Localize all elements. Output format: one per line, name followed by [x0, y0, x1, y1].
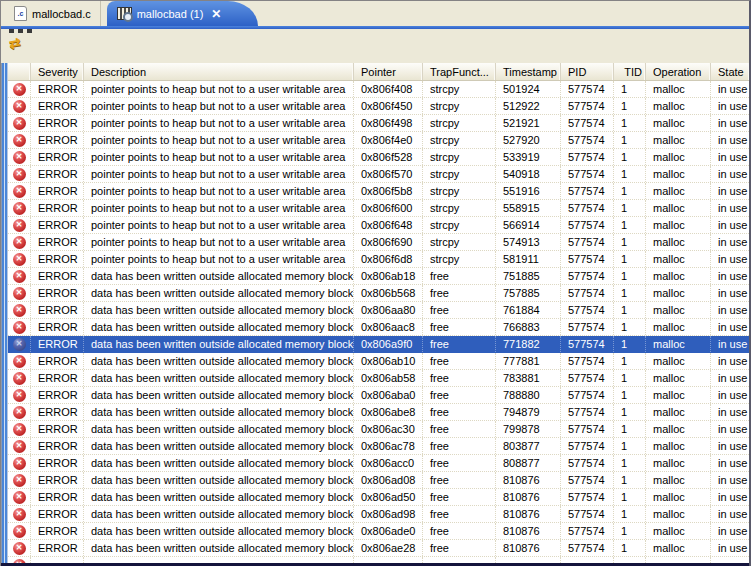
state-cell: in use: [711, 302, 749, 318]
pid-cell: 577574: [561, 149, 614, 165]
description-cell: pointer points to heap but not to a user…: [84, 234, 354, 250]
timestamp-cell: 810876: [496, 523, 561, 539]
column-header-description[interactable]: Description: [84, 63, 354, 80]
tid-cell: 1: [614, 285, 646, 301]
column-header-trap[interactable]: TrapFunct...: [423, 63, 496, 80]
severity-icon-cell: ✕: [8, 421, 31, 437]
trap-cell: free: [423, 506, 496, 522]
tid-cell: 1: [614, 200, 646, 216]
table-row[interactable]: ✕ERRORdata has been written outside allo…: [8, 404, 749, 421]
state-cell: in use: [711, 472, 749, 488]
tab-mallocbad-c[interactable]: .c mallocbad.c: [5, 1, 101, 26]
state-cell: in use: [711, 183, 749, 199]
pointer-cell: 0x806f648: [354, 217, 423, 233]
severity-cell: ERROR: [31, 540, 84, 556]
column-header-operation[interactable]: Operation: [646, 63, 711, 80]
table-row[interactable]: ✕ERRORdata has been written outside allo…: [8, 285, 749, 302]
table-row[interactable]: ✕ERRORdata has been written outside allo…: [8, 370, 749, 387]
table-row[interactable]: ✕ERRORdata has been written outside allo…: [8, 523, 749, 540]
timestamp-cell: 783881: [496, 370, 561, 386]
error-icon: ✕: [13, 355, 26, 368]
column-header-state[interactable]: State: [711, 63, 749, 80]
error-table: SeverityDescriptionPointerTrapFunct...Ti…: [8, 63, 749, 563]
table-row[interactable]: ✕ERRORdata has been written outside allo…: [8, 438, 749, 455]
table-row[interactable]: ✕ERRORdata has been written outside allo…: [8, 353, 749, 370]
table-row[interactable]: ✕ERRORdata has been written outside allo…: [8, 268, 749, 285]
column-header-pointer[interactable]: Pointer: [354, 63, 423, 80]
table-body[interactable]: ✕ERRORpointer points to heap but not to …: [8, 81, 749, 563]
pointer-cell: 0x806ade0: [354, 523, 423, 539]
operation-cell: malloc: [646, 234, 711, 250]
severity-icon-cell: ✕: [8, 540, 31, 556]
table-row[interactable]: ✕ERRORdata has been written outside allo…: [8, 472, 749, 489]
table-row[interactable]: ✕ERRORpointer points to heap but not to …: [8, 132, 749, 149]
severity-cell: ERROR: [31, 98, 84, 114]
trap-cell: strcpy: [423, 200, 496, 216]
table-row[interactable]: ✕ERRORpointer points to heap but not to …: [8, 115, 749, 132]
table-row[interactable]: ✕ERRORdata has been written outside allo…: [8, 506, 749, 523]
severity-cell: ERROR: [31, 387, 84, 403]
description-cell: data has been written outside allocated …: [84, 523, 354, 539]
close-icon[interactable]: ✕: [208, 8, 224, 20]
pointer-cell: 0x806f498: [354, 115, 423, 131]
severity-icon-cell: ✕: [8, 98, 31, 114]
column-header-icon[interactable]: [8, 63, 31, 80]
error-icon: ✕: [13, 270, 26, 283]
timestamp-cell: 777881: [496, 353, 561, 369]
table-row[interactable]: ✕ERRORpointer points to heap but not to …: [8, 200, 749, 217]
table-row-selected[interactable]: ✕ERRORdata has been written outside allo…: [8, 336, 749, 353]
operation-cell: malloc: [646, 302, 711, 318]
error-icon: ✕: [13, 219, 26, 232]
table-row[interactable]: ✕ERRORdata has been written outside allo…: [8, 455, 749, 472]
state-cell: in use: [711, 370, 749, 386]
trap-cell: strcpy: [423, 132, 496, 148]
severity-icon-cell: ✕: [8, 285, 31, 301]
operation-cell: malloc: [646, 421, 711, 437]
error-icon: ✕: [13, 134, 26, 147]
table-row[interactable]: ✕ERRORpointer points to heap but not to …: [8, 98, 749, 115]
table-row[interactable]: ✕ERRORpointer points to heap but not to …: [8, 183, 749, 200]
description-cell: data has been written outside allocated …: [84, 506, 354, 522]
description-cell: data has been written outside allocated …: [84, 421, 354, 437]
table-row[interactable]: ✕ERRORpointer points to heap but not to …: [8, 251, 749, 268]
column-header-severity[interactable]: Severity: [31, 63, 84, 80]
trap-cell: free: [423, 285, 496, 301]
tid-cell: 1: [614, 98, 646, 114]
table-row[interactable]: ✕ERRORpointer points to heap but not to …: [8, 217, 749, 234]
tab-mallocbad-1[interactable]: mallocbad (1) ✕: [107, 1, 229, 26]
table-row[interactable]: ✕ERRORdata has been written outside allo…: [8, 319, 749, 336]
pointer-cell: 0x806f4e0: [354, 132, 423, 148]
state-cell: in use: [711, 234, 749, 250]
state-cell: in use: [711, 217, 749, 233]
error-icon: ✕: [13, 491, 26, 504]
table-row[interactable]: ✕ERRORdata has been written outside allo…: [8, 421, 749, 438]
table-row[interactable]: ✕ERRORpointer points to heap but not to …: [8, 149, 749, 166]
tid-cell: 1: [614, 472, 646, 488]
severity-cell: ERROR: [31, 149, 84, 165]
operation-cell: malloc: [646, 336, 711, 352]
tid-cell: 1: [614, 370, 646, 386]
column-header-timestamp[interactable]: Timestamp: [496, 63, 561, 80]
table-row[interactable]: ✕ERRORpointer points to heap but not to …: [8, 166, 749, 183]
pointer-cell: 0x806f690: [354, 234, 423, 250]
operation-cell: malloc: [646, 319, 711, 335]
description-cell: data has been written outside allocated …: [84, 404, 354, 420]
severity-cell: ERROR: [31, 455, 84, 471]
operation-cell: malloc: [646, 81, 711, 97]
operation-cell: malloc: [646, 404, 711, 420]
table-row[interactable]: ✕ERRORdata has been written outside allo…: [8, 540, 749, 557]
severity-icon-cell: ✕: [8, 455, 31, 471]
trap-cell: free: [423, 336, 496, 352]
column-header-tid[interactable]: TID: [614, 63, 646, 80]
tid-cell: 1: [614, 132, 646, 148]
severity-icon-cell: ✕: [8, 302, 31, 318]
severity-cell: ERROR: [31, 302, 84, 318]
table-row[interactable]: ✕ERRORdata has been written outside allo…: [8, 387, 749, 404]
column-header-pid[interactable]: PID: [561, 63, 614, 80]
table-row[interactable]: ✕ERRORdata has been written outside allo…: [8, 302, 749, 319]
table-row[interactable]: ✕ERRORpointer points to heap but not to …: [8, 81, 749, 98]
table-row[interactable]: ✕ERRORdata has been written outside allo…: [8, 489, 749, 506]
description-cell: data has been written outside allocated …: [84, 353, 354, 369]
state-cell: in use: [711, 285, 749, 301]
table-row[interactable]: ✕ERRORpointer points to heap but not to …: [8, 234, 749, 251]
